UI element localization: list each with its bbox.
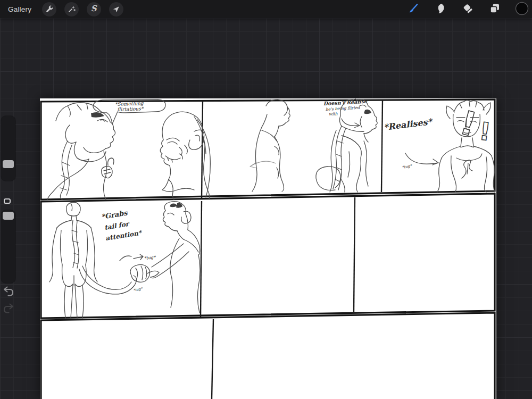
undo-icon [2, 291, 15, 299]
gallery-button[interactable]: Gallery [8, 5, 31, 13]
panel4-caption-line3: attention* [105, 229, 143, 242]
realises-label: *Realises* [383, 117, 434, 132]
panel4-caption-line2: tail for [104, 220, 130, 231]
panel3-tug-label: *tug* [402, 164, 413, 170]
top-toolbar: Gallery S [0, 0, 532, 18]
layers-icon [488, 2, 501, 16]
panel4-tug-label: *tug* [144, 255, 156, 261]
panel4-caption-line1: *Grabs [101, 209, 129, 221]
color-swatch-icon [515, 2, 529, 17]
eraser-tool-button[interactable] [461, 2, 475, 16]
selection-button[interactable]: S [87, 2, 101, 16]
brush-size-slider[interactable] [1, 116, 15, 181]
redo-icon [2, 308, 15, 316]
brush-tool-button[interactable] [406, 2, 420, 16]
modify-button[interactable] [4, 198, 11, 204]
panel3-sketch: *Realises* ! ! *tug* [383, 101, 495, 193]
eraser-icon [461, 2, 474, 16]
color-button[interactable] [515, 2, 529, 16]
smudge-finger-icon [434, 2, 447, 16]
panel2-sketch: Doesn't Realise he's being flirted with [250, 98, 377, 192]
panel-borders [41, 99, 495, 399]
layers-button[interactable] [488, 2, 502, 16]
actions-button[interactable] [42, 2, 56, 16]
procreate-app: { "toolbar": { "gallery_label": "Gallery… [0, 0, 532, 399]
redo-button[interactable] [2, 303, 15, 314]
transform-arrow-icon [112, 5, 121, 14]
opacity-handle[interactable] [3, 212, 14, 220]
selection-s-icon: S [91, 5, 97, 13]
wrench-icon [45, 5, 54, 14]
adjustments-button[interactable] [64, 2, 79, 16]
panel2-caption-line2: he's being flirted [326, 105, 361, 112]
opacity-slider[interactable] [1, 210, 15, 283]
transform-button[interactable] [109, 2, 123, 16]
panel1-sketch: *Something flirtatious* [47, 99, 210, 200]
brush-size-handle[interactable] [3, 160, 14, 168]
paint-brush-icon [407, 2, 420, 16]
exclamation-big: ! [456, 103, 480, 144]
undo-button[interactable] [2, 286, 15, 297]
magic-wand-icon [67, 5, 76, 14]
smudge-tool-button[interactable] [434, 2, 447, 16]
panel2-caption-line3: with [329, 111, 338, 117]
panel4-tug-small: *tug* [133, 286, 144, 293]
bubble-text-line2: flirtatious* [117, 106, 144, 112]
comic-sketch: *Something flirtatious* [40, 98, 496, 399]
panel4-sketch: *Grabs tail for attention* [49, 202, 200, 318]
drawing-canvas[interactable]: *Something flirtatious* [40, 98, 496, 399]
